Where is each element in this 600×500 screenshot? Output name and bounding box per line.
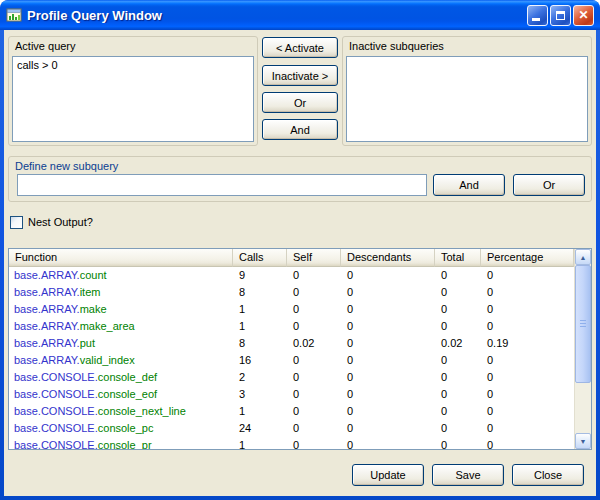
titlebar[interactable]: Profile Query Window ✕: [0, 0, 600, 30]
table-row[interactable]: base.CONSOLE.console_eof30000: [9, 386, 574, 403]
save-button[interactable]: Save: [432, 464, 504, 486]
column-header-total[interactable]: Total: [435, 249, 481, 267]
value-cell: 0.02: [435, 335, 481, 352]
table-body: base.ARRAY.count90000base.ARRAY.item8000…: [9, 267, 574, 449]
table-row[interactable]: base.CONSOLE.console_next_line10000: [9, 403, 574, 420]
value-cell: 0: [435, 284, 481, 301]
vertical-scrollbar[interactable]: ▲ ▼: [574, 249, 591, 449]
value-cell: 0: [435, 301, 481, 318]
function-cell: base.ARRAY.put: [9, 335, 233, 352]
function-cell: base.ARRAY.make_area: [9, 318, 233, 335]
table-header: Function Calls Self Descendants Total Pe…: [9, 249, 574, 267]
value-cell: 0: [435, 318, 481, 335]
value-cell: 0: [287, 284, 341, 301]
value-cell: 0: [341, 267, 435, 284]
value-cell: 0: [287, 267, 341, 284]
app-icon: [6, 7, 22, 23]
subquery-or-button[interactable]: Or: [513, 174, 585, 196]
and-transfer-button[interactable]: And: [262, 119, 338, 140]
table-row[interactable]: base.ARRAY.make10000: [9, 301, 574, 318]
active-query-list[interactable]: calls > 0: [12, 56, 254, 142]
value-cell: 0.19: [481, 335, 574, 352]
minimize-icon: [532, 18, 540, 21]
value-cell: 9: [233, 267, 287, 284]
value-cell: 0: [341, 386, 435, 403]
inactivate-button[interactable]: Inactivate >: [262, 65, 338, 86]
active-query-item[interactable]: calls > 0: [13, 57, 253, 73]
column-header-descendants[interactable]: Descendants: [341, 249, 435, 267]
value-cell: 0: [435, 420, 481, 437]
value-cell: 0: [481, 369, 574, 386]
table-row[interactable]: base.ARRAY.put80.0200.020.19: [9, 335, 574, 352]
nest-output-checkbox[interactable]: [10, 216, 23, 229]
value-cell: 8: [233, 284, 287, 301]
value-cell: 0: [341, 301, 435, 318]
column-header-function[interactable]: Function: [9, 249, 233, 267]
value-cell: 0: [435, 267, 481, 284]
activate-button[interactable]: < Activate: [262, 37, 338, 58]
table-row[interactable]: base.ARRAY.make_area10000: [9, 318, 574, 335]
value-cell: 0: [481, 284, 574, 301]
value-cell: 8: [233, 335, 287, 352]
value-cell: 1: [233, 318, 287, 335]
value-cell: 0: [341, 420, 435, 437]
value-cell: 1: [233, 301, 287, 318]
nest-output-row: Nest Output?: [10, 215, 93, 229]
scroll-down-icon: ▼: [580, 438, 587, 445]
value-cell: 0: [481, 403, 574, 420]
close-button[interactable]: ✕: [573, 5, 594, 26]
value-cell: 0: [287, 369, 341, 386]
scroll-down-button[interactable]: ▼: [575, 433, 591, 449]
value-cell: 0: [287, 318, 341, 335]
function-cell: base.CONSOLE.console_def: [9, 369, 233, 386]
value-cell: 0: [435, 369, 481, 386]
table-row[interactable]: base.CONSOLE.console_pr10000: [9, 437, 574, 449]
value-cell: 0: [435, 403, 481, 420]
function-cell: base.ARRAY.count: [9, 267, 233, 284]
scroll-up-button[interactable]: ▲: [575, 249, 591, 265]
function-cell: base.ARRAY.item: [9, 284, 233, 301]
maximize-button[interactable]: [550, 5, 571, 26]
table-row[interactable]: base.CONSOLE.console_pc240000: [9, 420, 574, 437]
dialog-close-button[interactable]: Close: [512, 464, 584, 486]
subquery-input[interactable]: [17, 174, 427, 196]
update-button[interactable]: Update: [352, 464, 424, 486]
value-cell: 0: [341, 403, 435, 420]
column-header-self[interactable]: Self: [287, 249, 341, 267]
table-main: Function Calls Self Descendants Total Pe…: [9, 249, 574, 449]
value-cell: 24: [233, 420, 287, 437]
inactive-subqueries-label: Inactive subqueries: [343, 37, 591, 54]
subquery-and-button[interactable]: And: [433, 174, 505, 196]
scrollbar-thumb[interactable]: [575, 265, 591, 383]
inactive-subqueries-list[interactable]: [346, 56, 588, 142]
value-cell: 0: [341, 335, 435, 352]
function-cell: base.CONSOLE.console_pc: [9, 420, 233, 437]
value-cell: 1: [233, 437, 287, 449]
inactive-subqueries-group: Inactive subqueries: [342, 36, 592, 146]
table-row[interactable]: base.ARRAY.item80000: [9, 284, 574, 301]
or-transfer-button[interactable]: Or: [262, 92, 338, 113]
column-header-calls[interactable]: Calls: [233, 249, 287, 267]
value-cell: 0: [481, 386, 574, 403]
value-cell: 1: [233, 403, 287, 420]
value-cell: 0.02: [287, 335, 341, 352]
table-row[interactable]: base.ARRAY.valid_index160000: [9, 352, 574, 369]
table-row[interactable]: base.ARRAY.count90000: [9, 267, 574, 284]
define-subquery-group: Define new subquery And Or: [8, 156, 592, 202]
profile-query-window: Profile Query Window ✕ Active query call…: [0, 0, 600, 500]
table-row[interactable]: base.CONSOLE.console_def20000: [9, 369, 574, 386]
value-cell: 0: [481, 267, 574, 284]
active-query-group: Active query calls > 0: [8, 36, 258, 146]
value-cell: 0: [287, 386, 341, 403]
function-cell: base.CONSOLE.console_eof: [9, 386, 233, 403]
value-cell: 0: [287, 437, 341, 449]
minimize-button[interactable]: [527, 5, 548, 26]
value-cell: 0: [481, 352, 574, 369]
value-cell: 0: [435, 352, 481, 369]
value-cell: 2: [233, 369, 287, 386]
window-title: Profile Query Window: [27, 8, 522, 23]
value-cell: 0: [341, 369, 435, 386]
column-header-percentage[interactable]: Percentage: [481, 249, 574, 267]
function-cell: base.CONSOLE.console_pr: [9, 437, 233, 449]
value-cell: 0: [287, 403, 341, 420]
